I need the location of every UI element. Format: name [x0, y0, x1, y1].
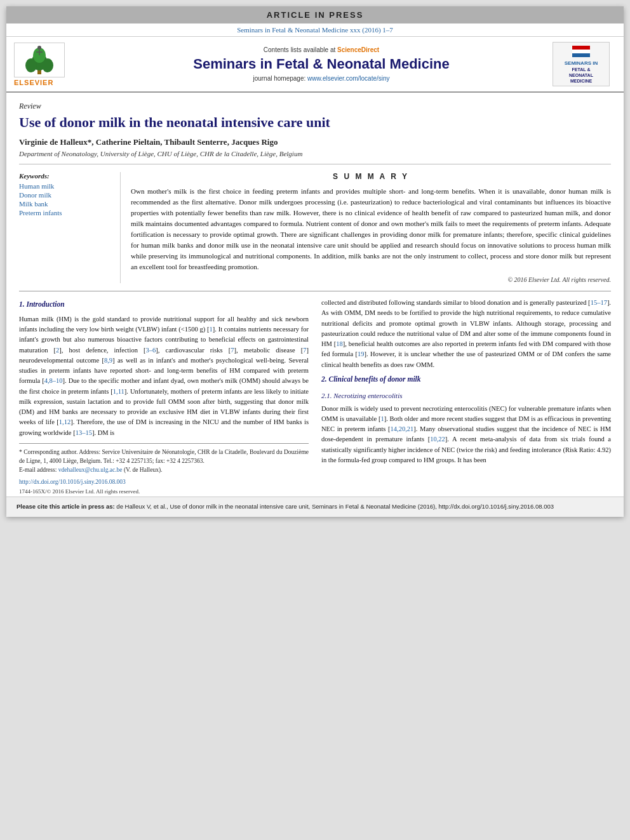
article-title: Use of donor milk in the neonatal intens…: [19, 114, 611, 132]
keyword-4: Preterm infants: [19, 209, 114, 217]
keywords-column: Keywords: Human milk Donor milk Milk ban…: [19, 172, 121, 283]
ref-2[interactable]: 2: [56, 347, 59, 354]
summary-text: Own mother's milk is the first choice in…: [131, 186, 611, 272]
section1-para1: Human milk (HM) is the gold standard to …: [19, 314, 309, 438]
main-content: Review Use of donor milk in the neonatal…: [6, 102, 624, 497]
footnote-star-text: * Corresponding author. Address: Service…: [19, 449, 309, 464]
keyword-3: Milk bank: [19, 200, 114, 208]
ref-1-12[interactable]: 1,12: [59, 418, 70, 425]
section2-heading: 2. Clinical benefits of donor milk: [321, 374, 611, 385]
keyword-1: Human milk: [19, 182, 114, 190]
summary-area: Keywords: Human milk Donor milk Milk ban…: [19, 172, 611, 283]
citation-bar: Please cite this article in press as: de…: [6, 497, 624, 516]
authors-line: Virginie de Halleux*, Catherine Pieltain…: [19, 137, 611, 147]
banner-text: ARTICLE IN PRESS: [267, 10, 364, 20]
ref-14-20-21[interactable]: 14,20,21: [391, 425, 414, 432]
ref-10-22[interactable]: 10,22: [430, 436, 445, 443]
footnote-area: * Corresponding author. Address: Service…: [19, 443, 309, 475]
elsevier-logo-area: ELSEVIER: [14, 43, 90, 86]
ref-1-11[interactable]: 1,11: [113, 388, 124, 395]
summary-heading: S U M M A R Y: [131, 172, 611, 181]
section-divider: [19, 291, 611, 291]
article-in-press-banner: ARTICLE IN PRESS: [6, 6, 624, 23]
subsection2-1-heading: 2.1. Necrotizing enterocolitis: [321, 390, 611, 401]
journal-info-bar: Seminars in Fetal & Neonatal Medicine xx…: [6, 23, 624, 37]
page: ARTICLE IN PRESS Seminars in Fetal & Neo…: [6, 6, 624, 517]
copyright: © 2016 Elsevier Ltd. All rights reserved…: [131, 276, 611, 283]
keywords-title: Keywords:: [19, 172, 114, 180]
footnote-email-suffix: (V. de Halleux).: [123, 467, 163, 473]
elsevier-logo: ELSEVIER: [14, 43, 90, 86]
article-type-label: Review: [19, 102, 611, 111]
authors-text: Virginie de Halleux*, Catherine Pieltain…: [19, 137, 278, 147]
footnote-email-label: E-mail address:: [19, 467, 58, 473]
ref-3-6[interactable]: 3–6: [146, 347, 156, 354]
affiliation: Department of Neonatology, University of…: [19, 150, 611, 164]
journal-title: Seminars in Fetal & Neonatal Medicine: [90, 56, 553, 72]
ref-18[interactable]: 18: [336, 340, 343, 347]
elsevier-wordmark: ELSEVIER: [14, 79, 53, 86]
ref-19[interactable]: 19: [358, 350, 365, 357]
journal-header: ELSEVIER Contents lists available at Sci…: [6, 37, 624, 93]
issn-line: 1744-165X/© 2016 Elsevier Ltd. All right…: [19, 488, 309, 497]
body-left-column: 1. Introduction Human milk (HM) is the g…: [19, 298, 309, 497]
ref-s2-1[interactable]: 1: [380, 415, 384, 422]
ref-8-9[interactable]: 8,9: [104, 357, 112, 364]
logo-flag: [572, 46, 590, 57]
footnote-email[interactable]: vdehalleux@chu.ulg.ac.be: [58, 467, 123, 473]
ref-7b[interactable]: 7: [303, 347, 306, 354]
body-columns: 1. Introduction Human milk (HM) is the g…: [19, 298, 611, 497]
sciencedirect-link[interactable]: ScienceDirect: [337, 46, 379, 53]
contents-line: Contents lists available at ScienceDirec…: [90, 46, 553, 53]
body-right-column: collected and distributed following stan…: [321, 298, 611, 497]
section1-heading: 1. Introduction: [19, 299, 309, 310]
journal-homepage: journal homepage: www.elsevier.com/locat…: [90, 75, 553, 82]
elsevier-tree-image: [14, 43, 65, 77]
ref-13-15[interactable]: 13–15: [76, 429, 92, 436]
ref-1[interactable]: 1: [210, 326, 213, 333]
section2-para1: Donor milk is widely used to prevent nec…: [321, 404, 611, 466]
summary-column: S U M M A R Y Own mother's milk is the f…: [131, 172, 611, 283]
ref-15-17[interactable]: 15–17: [591, 299, 607, 306]
ref-7a[interactable]: 7: [231, 347, 234, 354]
svg-point-5: [37, 46, 41, 50]
homepage-url[interactable]: www.elsevier.com/locate/siny: [307, 75, 390, 82]
ref-4-8-10[interactable]: 4,8–10: [44, 377, 63, 384]
keyword-2: Donor milk: [19, 191, 114, 199]
right-col-para1: collected and distributed following stan…: [321, 298, 611, 370]
journal-logo-right: SEMINARS IN FETAL & NEONATAL MEDICINE: [553, 42, 616, 86]
doi-link[interactable]: http://dx.doi.org/10.1016/j.siny.2016.08…: [19, 477, 309, 487]
journal-header-center: Contents lists available at ScienceDirec…: [90, 46, 553, 82]
citation-text: de Halleux V, et al., Use of donor milk …: [116, 503, 554, 510]
journal-logo-box: SEMINARS IN FETAL & NEONATAL MEDICINE: [553, 42, 610, 86]
journal-citation: Seminars in Fetal & Neonatal Medicine xx…: [237, 26, 393, 34]
citation-label: Please cite this article in press as:: [17, 503, 116, 510]
